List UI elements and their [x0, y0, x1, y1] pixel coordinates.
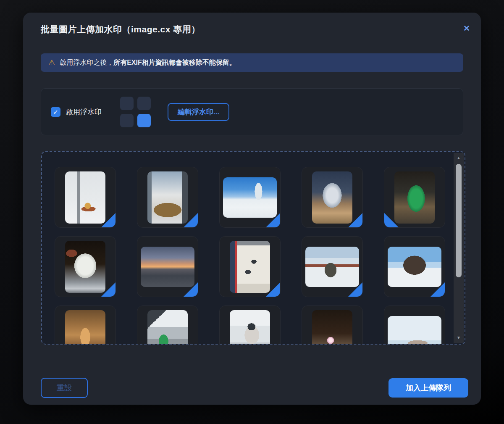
scrollbar-track[interactable]: ▲ ▼: [454, 153, 464, 343]
add-to-upload-queue-button[interactable]: 加入上傳隊列: [388, 378, 468, 398]
watermark-position-tile-0[interactable]: [120, 97, 134, 110]
thumbnail-grid: [42, 152, 465, 345]
thumbnail-card[interactable]: [384, 167, 445, 228]
thumbnail-image-snowy-yard-trees: [305, 247, 359, 287]
thumbnail-card[interactable]: [55, 236, 116, 297]
close-icon[interactable]: ✕: [460, 22, 473, 35]
scroll-up-icon[interactable]: ▲: [454, 156, 464, 160]
thumbnail-image-mountain-snow-monument: [223, 177, 277, 218]
thumbnail-image-green-train-station: [394, 171, 435, 224]
enable-watermark-checkbox-row[interactable]: ✓ 啟用浮水印: [51, 107, 102, 117]
scroll-down-icon[interactable]: ▼: [454, 336, 464, 340]
thumbnail-image-sea-with-ship: [388, 316, 441, 345]
thumbnail-card[interactable]: [302, 167, 363, 228]
modal-footer: 重設 加入上傳隊列: [41, 378, 468, 398]
thumbnail-image-night-station-sign: [65, 241, 105, 293]
thumbnail-card[interactable]: [55, 305, 116, 345]
scrollbar-thumb[interactable]: [456, 164, 462, 277]
watermark-position-tile-2[interactable]: [120, 114, 134, 127]
thumbnail-image-night-train-station: [312, 171, 352, 224]
checkbox-checked-icon[interactable]: ✓: [51, 107, 60, 117]
edit-watermark-button[interactable]: 編輯浮水印...: [168, 103, 229, 121]
thumbnail-image-snowy-street-kiosk: [147, 171, 188, 224]
image-dropzone: ▲ ▼: [41, 151, 465, 345]
thumbnail-card[interactable]: [384, 236, 445, 297]
reset-button[interactable]: 重設: [41, 378, 88, 398]
watermark-position-grid: [120, 97, 151, 127]
thumbnail-card[interactable]: [302, 236, 363, 297]
warning-text-normal: 啟用浮水印之後，: [60, 59, 113, 66]
thumbnail-card[interactable]: [137, 236, 198, 297]
enable-watermark-label: 啟用浮水印: [66, 107, 102, 117]
page-background: { "modal": { "title": "批量圖片上傳加水印（image.c…: [0, 0, 504, 424]
page-title: 批量圖片上傳加水印（image.cx 專用）: [41, 24, 463, 35]
watermark-position-tile-3[interactable]: [137, 114, 151, 127]
exif-warning-banner: ⚠ 啟用浮水印之後，所有EXIF相片資訊都會被移除不能保留。: [41, 53, 463, 72]
thumbnail-image-trains-in-snow: [230, 310, 270, 345]
thumbnail-image-snowy-station-bench: [65, 171, 105, 224]
thumbnail-image-wooden-hall-interior: [65, 310, 105, 345]
warning-text: 啟用浮水印之後，所有EXIF相片資訊都會被移除不能保留。: [60, 58, 236, 67]
thumbnail-card[interactable]: [55, 167, 116, 228]
check-icon: ✓: [53, 109, 58, 115]
watermark-position-tile-1[interactable]: [137, 97, 151, 110]
warning-text-bold: 所有EXIF相片資訊都會被移除不能保留。: [113, 59, 236, 66]
thumbnail-image-snowy-wooden-house: [388, 247, 441, 287]
thumbnail-card[interactable]: [219, 167, 281, 228]
thumbnail-image-dusk-cityscape: [141, 247, 194, 287]
thumbnail-image-green-train-platform: [147, 310, 188, 345]
watermark-settings-panel: ✓ 啟用浮水印 編輯浮水印...: [41, 88, 463, 135]
thumbnail-card[interactable]: [219, 236, 281, 297]
thumbnail-card[interactable]: [384, 305, 445, 345]
thumbnail-card[interactable]: [137, 167, 198, 228]
thumbnail-image-night-snowfall-train: [312, 310, 352, 345]
thumbnail-card[interactable]: [219, 305, 281, 345]
thumbnail-image-notice-board: [230, 241, 270, 293]
warning-icon: ⚠: [48, 59, 55, 66]
thumbnail-card[interactable]: [302, 305, 363, 345]
thumbnail-card[interactable]: [137, 305, 198, 345]
batch-upload-modal: 批量圖片上傳加水印（image.cx 專用） ✕ ⚠ 啟用浮水印之後，所有EXI…: [23, 13, 481, 405]
